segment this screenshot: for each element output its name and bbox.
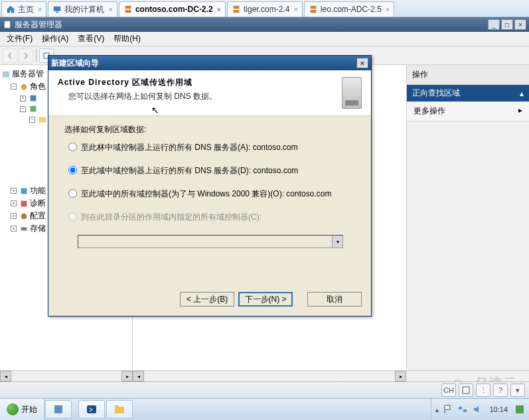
help-button[interactable]: ? <box>493 384 508 397</box>
monitor-icon <box>52 5 62 14</box>
close-icon[interactable]: × <box>217 5 221 13</box>
tree-label: 诊断 <box>30 198 46 209</box>
radio-alldc[interactable] <box>68 189 77 198</box>
cancel-button[interactable]: 取消 <box>307 292 362 307</box>
svg-rect-13 <box>31 106 37 112</box>
tab-leo[interactable]: leo.com-ADC-2.5 × <box>304 1 394 17</box>
task-explorer[interactable] <box>106 400 133 419</box>
app-icon <box>3 20 12 29</box>
new-zone-wizard-dialog: 新建区域向导 × Active Directory 区域传送作用域 您可以选择在… <box>48 55 372 316</box>
network-icon[interactable] <box>457 404 468 415</box>
action-label: 更多操作 <box>414 105 445 117</box>
window-titlebar[interactable]: 服务器管理器 _ □ × <box>0 17 529 32</box>
ime-option-button[interactable]: ⋮ <box>476 384 491 397</box>
option-allforest[interactable]: 至此林中域控制器上运行的所有 DNS 服务器(A): contoso.com <box>68 142 355 153</box>
tab-label: 我的计算机 <box>64 4 104 15</box>
expand-icon[interactable]: + <box>11 213 17 219</box>
close-icon[interactable]: × <box>38 5 42 13</box>
actions-more[interactable]: 更多操作 ▸ <box>407 102 529 121</box>
menu-help[interactable]: 帮助(H) <box>110 33 145 44</box>
browser-tabs: 主页 × 我的计算机 × contoso.com-DC-2.2 × tiger.… <box>0 0 529 17</box>
maximize-button[interactable]: □ <box>501 19 513 30</box>
scroll-right-icon[interactable]: ▸ <box>121 371 133 382</box>
task-powershell[interactable]: > <box>78 400 105 419</box>
svg-rect-19 <box>463 387 469 393</box>
svg-rect-0 <box>54 7 61 11</box>
start-label: 开始 <box>21 404 37 415</box>
folder-icon <box>38 115 47 124</box>
actions-section[interactable]: 正向查找区域 ▴ <box>407 85 529 102</box>
task-server-manager[interactable] <box>45 400 72 419</box>
svg-rect-25 <box>459 407 462 409</box>
role-icon <box>29 94 38 103</box>
menubar: 文件(F) 操作(A) 查看(V) 帮助(H) <box>0 32 529 46</box>
expand-icon[interactable]: + <box>11 226 17 232</box>
dialog-header: Active Directory 区域传送作用域 您可以选择在网络上如何复制 D… <box>48 70 371 116</box>
language-bar: CH ⋮ ? ▾ <box>0 382 529 398</box>
menu-file[interactable]: 文件(F) <box>3 33 37 44</box>
dialog-titlebar[interactable]: 新建区域向导 × <box>48 56 371 70</box>
volume-icon[interactable] <box>472 404 483 415</box>
close-icon[interactable]: × <box>386 5 390 13</box>
start-button[interactable]: 开始 <box>0 399 44 421</box>
expand-icon[interactable]: + <box>11 188 17 194</box>
close-icon[interactable]: × <box>108 5 112 13</box>
svg-rect-1 <box>56 12 59 13</box>
collapse-icon[interactable]: − <box>29 117 35 123</box>
svg-text:>: > <box>89 406 93 413</box>
scrollbar-h-mid[interactable]: ◂▸ <box>133 370 406 382</box>
scrollbar-h-left[interactable]: ◂▸ <box>0 370 133 382</box>
next-button[interactable]: 下一步(N) > <box>238 292 293 307</box>
server-icon <box>123 5 133 14</box>
tray-up-icon[interactable]: ▴ <box>435 406 439 413</box>
tray-app-icon[interactable] <box>514 404 525 415</box>
svg-point-17 <box>21 213 27 219</box>
svg-rect-15 <box>21 188 27 194</box>
ime-button[interactable] <box>459 384 473 397</box>
clock[interactable]: 10:14 <box>487 405 510 413</box>
tab-mycomputer[interactable]: 我的计算机 × <box>48 1 117 17</box>
dns-icon <box>29 104 38 113</box>
tab-label: leo.com-ADC-2.5 <box>321 5 382 14</box>
back-button <box>3 48 17 63</box>
scroll-left-icon[interactable]: ◂ <box>0 371 11 382</box>
menu-action[interactable]: 操作(A) <box>38 33 72 44</box>
dialog-body: 选择如何复制区域数据: 至此林中域控制器上运行的所有 DNS 服务器(A): c… <box>48 116 371 287</box>
tab-contoso[interactable]: contoso.com-DC-2.2 × <box>119 1 226 17</box>
features-icon <box>19 186 29 196</box>
expand-icon[interactable]: + <box>11 200 17 206</box>
home-icon <box>6 5 15 14</box>
radio-alldomain[interactable] <box>68 166 77 175</box>
collapse-icon[interactable]: − <box>20 106 26 112</box>
svg-rect-14 <box>39 117 46 123</box>
close-button[interactable]: × <box>514 19 526 30</box>
back-button[interactable]: < 上一步(B) <box>180 292 234 307</box>
flag-icon[interactable] <box>443 404 453 415</box>
collapse-icon[interactable]: − <box>11 84 17 90</box>
svg-rect-3 <box>125 10 131 13</box>
tree-label: 角色 <box>30 81 46 92</box>
menu-view[interactable]: 查看(V) <box>74 33 108 44</box>
scroll-left-icon[interactable]: ◂ <box>133 371 144 382</box>
close-icon[interactable]: × <box>293 5 297 13</box>
option-alldomain[interactable]: 至此域中域控制器上运行的所有 DNS 服务器(D): contoso.com <box>68 165 355 176</box>
tab-home[interactable]: 主页 × <box>1 1 46 17</box>
svg-rect-5 <box>234 10 240 13</box>
options-button[interactable]: ▾ <box>510 384 525 397</box>
option-alldc[interactable]: 至此域中的所有域控制器(为了与 Windows 2000 兼容)(O): con… <box>68 188 355 200</box>
minimize-button[interactable]: _ <box>488 19 500 30</box>
dialog-heading: Active Directory 区域传送作用域 <box>58 77 342 88</box>
dialog-close-button[interactable]: × <box>356 58 368 68</box>
option-label: 到在此目录分区的作用域内指定的所有域控制器(C): <box>81 212 262 223</box>
lang-ch-button[interactable]: CH <box>441 384 456 397</box>
svg-rect-27 <box>516 405 524 413</box>
option-partition: 到在此目录分区的作用域内指定的所有域控制器(C): <box>68 212 355 223</box>
tree-label: 服务器管 <box>12 68 44 80</box>
server-image-icon <box>342 77 362 109</box>
radio-allforest[interactable] <box>68 143 77 151</box>
tab-tiger[interactable]: tiger.com-2.4 × <box>227 1 303 17</box>
expand-icon[interactable]: + <box>20 96 26 102</box>
svg-rect-4 <box>234 6 240 9</box>
scroll-right-icon[interactable]: ▸ <box>395 371 406 382</box>
chevron-right-icon: ▸ <box>518 105 522 117</box>
